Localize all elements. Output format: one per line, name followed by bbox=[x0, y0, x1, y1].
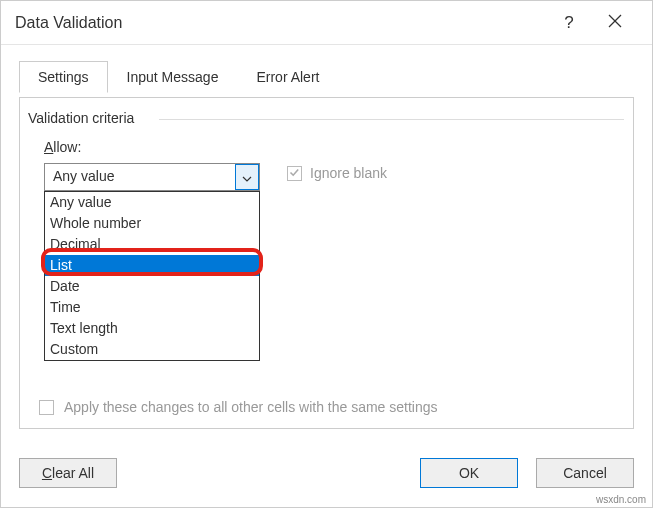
dialog-buttons: Clear All OK Cancel bbox=[19, 457, 634, 489]
tab-error-alert[interactable]: Error Alert bbox=[237, 61, 338, 93]
tab-strip: Settings Input Message Error Alert bbox=[1, 61, 652, 93]
list-item[interactable]: Custom bbox=[45, 339, 259, 360]
close-icon bbox=[608, 13, 622, 33]
tab-input-message[interactable]: Input Message bbox=[108, 61, 238, 93]
ignore-blank-label: Ignore blank bbox=[310, 165, 387, 181]
apply-changes-checkbox[interactable] bbox=[39, 400, 54, 415]
list-item[interactable]: Any value bbox=[45, 192, 259, 213]
list-item[interactable]: Decimal bbox=[45, 234, 259, 255]
validation-criteria-label: Validation criteria bbox=[24, 110, 138, 126]
list-item[interactable]: Date bbox=[45, 276, 259, 297]
clear-all-button[interactable]: Clear All bbox=[19, 458, 117, 488]
ignore-blank-row: Ignore blank bbox=[287, 165, 387, 181]
check-icon bbox=[289, 165, 300, 181]
fieldset-divider bbox=[159, 119, 624, 120]
titlebar: Data Validation ? bbox=[1, 1, 652, 45]
allow-dropdown-value: Any value bbox=[45, 164, 235, 190]
allow-dropdown-button[interactable] bbox=[235, 164, 259, 190]
ignore-blank-checkbox[interactable] bbox=[287, 166, 302, 181]
list-item[interactable]: Whole number bbox=[45, 213, 259, 234]
allow-dropdown[interactable]: Any value bbox=[44, 163, 260, 191]
watermark: wsxdn.com bbox=[596, 494, 646, 505]
help-button[interactable]: ? bbox=[546, 1, 592, 45]
ok-button[interactable]: OK bbox=[420, 458, 518, 488]
chevron-down-icon bbox=[242, 168, 252, 186]
list-item[interactable]: Time bbox=[45, 297, 259, 318]
list-item[interactable]: List bbox=[45, 255, 259, 276]
list-item[interactable]: Text length bbox=[45, 318, 259, 339]
cancel-button[interactable]: Cancel bbox=[536, 458, 634, 488]
apply-changes-row: Apply these changes to all other cells w… bbox=[39, 399, 438, 415]
dialog-title: Data Validation bbox=[15, 14, 546, 32]
apply-changes-label: Apply these changes to all other cells w… bbox=[64, 399, 438, 415]
allow-listbox[interactable]: Any valueWhole numberDecimalListDateTime… bbox=[44, 191, 260, 361]
data-validation-dialog: Data Validation ? Settings Input Message… bbox=[0, 0, 653, 508]
settings-panel: Validation criteria Allow: Any value Ign… bbox=[19, 97, 634, 429]
close-button[interactable] bbox=[592, 1, 638, 45]
allow-label: Allow: bbox=[44, 139, 81, 155]
help-icon: ? bbox=[564, 13, 573, 33]
tab-settings[interactable]: Settings bbox=[19, 61, 108, 93]
